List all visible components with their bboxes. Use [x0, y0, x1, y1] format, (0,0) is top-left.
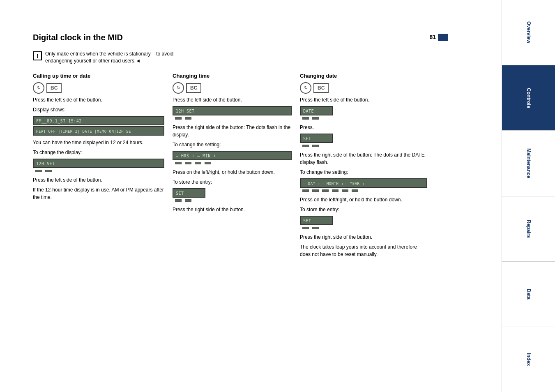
col2-hrs-min-line: – HRS + – MIN +: [173, 151, 292, 160]
col1: Calling up time or date ↻ BC Press the l…: [33, 73, 173, 261]
col3-date-ctrl-dashes: [300, 189, 427, 193]
col2-press-right2-text: Press the right side of the button.: [173, 206, 292, 213]
col2-button-diagram: ↻ BC: [173, 82, 292, 94]
main-title: Digital clock in the MID: [33, 33, 489, 42]
col1-display-line1: FM__89.1_5T 15:42: [33, 116, 164, 125]
col2-press-text: Press the left side of the button.: [173, 96, 292, 104]
col2-set-dashes: [173, 198, 292, 203]
col3-day-month-year-line: – DAY + – MONTH + – YEAR +: [300, 178, 427, 188]
col3-set-dashes2: [300, 226, 427, 230]
col2-btn-circle: ↻: [173, 82, 184, 94]
col3-press-text2: Press.: [300, 124, 427, 131]
col3-press-right-text: Press the right side of the button: The …: [300, 151, 427, 166]
tab-controls[interactable]: Controls: [502, 65, 555, 131]
col3-date-line: DATE: [300, 106, 333, 115]
col3-change-setting-text: To change the setting:: [300, 168, 427, 176]
col3-set-display2: SET: [300, 216, 427, 230]
tab-index[interactable]: Index: [502, 327, 555, 392]
col3-set-display: SET: [300, 134, 427, 148]
col3-set-line: SET: [300, 134, 333, 143]
col1-display-shows: Display shows:: [33, 106, 164, 113]
col1-12h-line: 12H SET: [33, 159, 164, 168]
col2-12h-line: 12H SET: [173, 106, 292, 115]
tab-maintenance[interactable]: Maintenance: [502, 131, 555, 196]
col1-btn-rect: BC: [46, 83, 62, 93]
col2-store-text: To store the entry:: [173, 178, 292, 186]
col2-12h-display: 12H SET: [173, 106, 292, 120]
col3-set-line2: SET: [300, 216, 333, 225]
warning-text: Only make entries when the vehicle is st…: [45, 51, 189, 65]
col3-button-diagram: ↻ BC: [300, 82, 427, 94]
col1-press-left-text: Press the left side of the button.: [33, 176, 164, 184]
col3-press-right2-text: Press the right side of the button.: [300, 233, 427, 241]
warning-box: ! Only make entries when the vehicle is …: [33, 51, 189, 65]
col1-main-display: FM__89.1_5T 15:42 HEAT OFF |TIMER 2| DAT…: [33, 116, 164, 136]
col2-dashes: [173, 116, 292, 120]
col2-hrs-min-display: – HRS + – MIN +: [173, 151, 292, 165]
col3-leap-text: The clock takes leap years into account …: [300, 243, 427, 258]
warning-icon: !: [33, 51, 42, 60]
col2-hrs-dashes: [173, 161, 292, 165]
tab-data[interactable]: Data: [502, 262, 555, 327]
col1-btn-circle: ↻: [33, 82, 44, 94]
col1-12h-display: 12H SET: [33, 159, 164, 173]
col2-set-line: SET: [173, 188, 205, 198]
col2-press-hold-text: Press on the left/right, or hold the but…: [173, 168, 292, 176]
col3-store-text: To store the entry:: [300, 206, 427, 213]
col1-display-line2: HEAT OFF |TIMER 2| DATE |MEMO ON|12H SET: [33, 126, 164, 136]
col2-press-right-text: Press the right side of the button: The …: [173, 124, 292, 138]
col2-change-setting-text: To change the setting:: [173, 141, 292, 148]
col1-dashes: [33, 169, 164, 173]
col1-button-diagram: ↻ BC: [33, 82, 164, 94]
col2: Changing time ↻ BC Press the left side o…: [173, 73, 300, 261]
col3-set-dashes: [300, 144, 427, 148]
col3-btn-circle: ↻: [300, 82, 311, 94]
tab-repairs[interactable]: Repairs: [502, 196, 555, 262]
col2-btn-rect: BC: [186, 83, 201, 93]
col3: Changing date ↻ BC Press the left side o…: [300, 73, 427, 261]
col3-press-text: Press the left side of the button.: [300, 96, 427, 104]
col3-date-dashes: [300, 116, 427, 120]
page-number-bar: [438, 34, 448, 41]
col1-if-12h-text: If the 12-hour time display is in use, A…: [33, 186, 164, 201]
tab-overview[interactable]: Overview: [502, 0, 555, 65]
col1-section-title: Calling up time or date: [33, 73, 164, 79]
page-number: 81: [429, 34, 436, 40]
col1-time-text: You can have the time displayed in 12 or…: [33, 139, 164, 146]
col3-section-title: Changing date: [300, 73, 427, 79]
col3-date-control-display: – DAY + – MONTH + – YEAR +: [300, 178, 427, 193]
col1-change-display-text: To change the display:: [33, 149, 164, 156]
col2-set-display: SET: [173, 188, 292, 203]
col2-section-title: Changing time: [173, 73, 292, 79]
col3-date-display: DATE: [300, 106, 427, 120]
col1-press-text: Press the left side of the button.: [33, 96, 164, 104]
col3-btn-rect: BC: [313, 83, 329, 93]
col3-press-hold-text: Press on the left/right, or hold the but…: [300, 196, 427, 203]
right-sidebar: Overview Controls Maintenance Repairs Da…: [502, 0, 555, 392]
